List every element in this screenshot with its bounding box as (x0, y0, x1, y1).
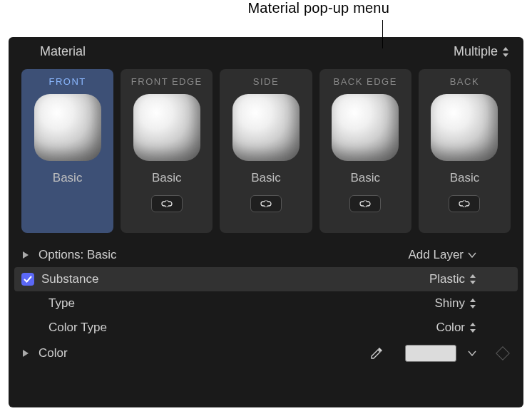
material-tile[interactable]: FRONTBasic (21, 69, 113, 233)
material-tile[interactable]: BACK EDGEBasic (319, 69, 411, 233)
disclosure-icon[interactable] (21, 348, 31, 358)
broken-link-icon (358, 199, 372, 209)
unlink-button[interactable] (449, 195, 480, 212)
unlink-button[interactable] (250, 195, 282, 212)
tile-caption: Basic (251, 171, 281, 185)
tile-title: BACK EDGE (334, 76, 397, 87)
tile-title: BACK (450, 76, 479, 87)
color-well[interactable] (405, 345, 456, 362)
unlink-button[interactable] (151, 195, 183, 212)
add-layer-button[interactable]: Add Layer (409, 248, 477, 262)
panel-header: Material Multiple (9, 37, 523, 65)
add-layer-label: Add Layer (409, 248, 464, 262)
color-type-label: Color Type (48, 321, 107, 335)
row-substance: Substance Plastic (14, 267, 518, 291)
callout-area: Material pop-up menu (0, 0, 532, 37)
material-popup[interactable]: Multiple (454, 44, 509, 59)
type-label: Type (48, 296, 75, 311)
substance-popup[interactable]: Plastic (429, 272, 476, 286)
row-color-type: Color Type Color (14, 316, 518, 340)
chevron-down-icon[interactable] (468, 350, 476, 356)
disclosure-icon[interactable] (21, 250, 31, 260)
material-tile[interactable]: SIDEBasic (220, 69, 312, 233)
tile-title: FRONT (48, 76, 86, 87)
tile-caption: Basic (450, 171, 480, 185)
material-popup-value: Multiple (454, 44, 498, 59)
updown-icon (469, 274, 476, 284)
row-options: Options: Basic Add Layer (14, 243, 518, 267)
callout-label: Material pop-up menu (247, 0, 389, 16)
callout-line (382, 20, 383, 48)
color-type-value: Color (436, 321, 465, 335)
broken-link-icon (457, 199, 471, 209)
tile-caption: Basic (152, 171, 182, 185)
color-type-popup[interactable]: Color (436, 321, 476, 335)
broken-link-icon (160, 199, 174, 209)
substance-checkbox[interactable] (21, 273, 34, 286)
substance-label: Substance (41, 272, 98, 286)
tile-caption: Basic (53, 171, 83, 185)
tile-title: FRONT EDGE (131, 76, 203, 87)
material-panel: Material Multiple FRONTBasicFRONT EDGEBa… (9, 37, 523, 407)
row-color: Color (14, 340, 518, 367)
material-preview-icon (34, 94, 101, 161)
broken-link-icon (259, 199, 273, 209)
tile-caption: Basic (350, 171, 380, 185)
chevron-down-icon (468, 252, 476, 258)
material-tile[interactable]: BACKBasic (419, 69, 511, 233)
eyedropper-icon[interactable] (369, 346, 384, 360)
tile-title: SIDE (253, 76, 279, 87)
color-label: Color (39, 346, 68, 360)
unlink-button[interactable] (349, 195, 381, 212)
properties-rows: Options: Basic Add Layer Substance Plast… (14, 243, 518, 367)
substance-value: Plastic (429, 272, 465, 286)
type-value: Shiny (434, 296, 465, 311)
keyframe-icon[interactable] (496, 346, 510, 360)
row-type: Type Shiny (14, 291, 518, 316)
material-preview-icon (232, 94, 300, 161)
options-label: Options: Basic (39, 248, 117, 262)
updown-icon (469, 323, 476, 333)
material-tiles-row: FRONTBasicFRONT EDGEBasicSIDEBasicBACK E… (9, 69, 523, 233)
material-preview-icon (332, 94, 399, 161)
material-tile[interactable]: FRONT EDGEBasic (121, 69, 213, 233)
material-preview-icon (133, 94, 200, 161)
type-popup[interactable]: Shiny (434, 296, 476, 311)
panel-title: Material (40, 44, 86, 59)
updown-icon (502, 47, 509, 57)
updown-icon (469, 298, 476, 308)
material-preview-icon (431, 94, 498, 161)
